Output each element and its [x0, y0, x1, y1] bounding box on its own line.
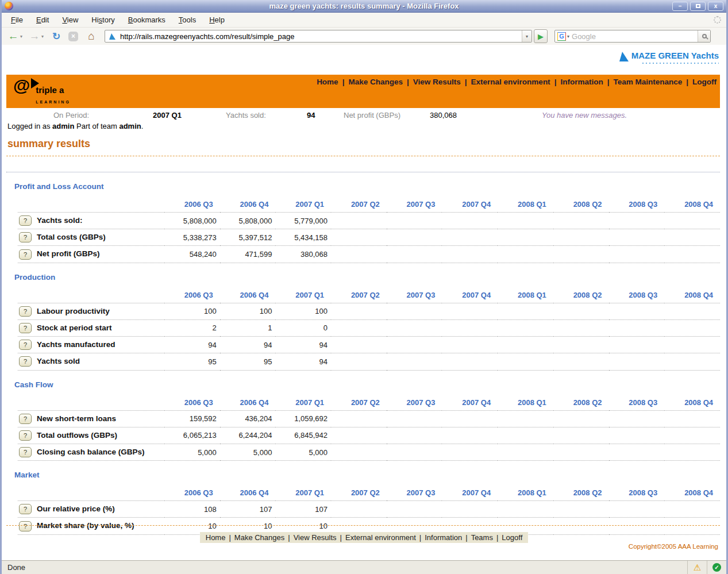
- nav-external-environment[interactable]: External environment: [471, 78, 550, 86]
- help-button[interactable]: ?: [19, 414, 32, 424]
- nav-separator: |: [342, 78, 345, 86]
- footer-nav-view-results[interactable]: View Results: [294, 533, 337, 542]
- value-cell: [609, 444, 665, 460]
- value-cell: [387, 427, 442, 444]
- nav-team-maintenance[interactable]: Team Maintenance: [613, 78, 682, 86]
- value-cell: [609, 427, 665, 444]
- footer-nav-teams[interactable]: Teams: [471, 533, 493, 542]
- footer-nav-make-changes[interactable]: Make Changes: [234, 533, 284, 542]
- value-cell: 107: [220, 501, 276, 518]
- go-button[interactable]: ▶: [534, 29, 548, 43]
- help-button[interactable]: ?: [19, 306, 32, 317]
- firefox-icon: [5, 2, 13, 10]
- value-cell: 94: [275, 353, 331, 370]
- search-engine-dropdown-icon[interactable]: ▾: [567, 34, 569, 39]
- back-button[interactable]: ←: [6, 29, 20, 43]
- wave-decoration: [641, 61, 719, 65]
- value-cell: 6,244,204: [220, 427, 276, 444]
- back-dropdown-icon[interactable]: ▾: [20, 34, 25, 39]
- help-button[interactable]: ?: [19, 340, 32, 350]
- value-cell: [387, 303, 442, 319]
- value-cell: [664, 319, 720, 336]
- table-row: ?Yachts sold959594: [18, 353, 720, 370]
- section-title-cash-flow: Cash Flow: [14, 380, 720, 389]
- nav-separator: |: [465, 533, 467, 542]
- forward-dropdown-icon[interactable]: ▾: [41, 34, 47, 39]
- column-header: 2008 Q3: [609, 197, 665, 213]
- copyright-text: Copyright©2005 AAA Learning: [629, 543, 718, 550]
- row-label: Yachts sold: [37, 356, 80, 367]
- value-cell: [664, 303, 720, 319]
- row-label: Our relative price (%): [37, 504, 115, 514]
- help-button[interactable]: ?: [19, 232, 32, 242]
- row-label: Stock at period start: [37, 323, 112, 333]
- menu-bookmarks[interactable]: Bookmarks: [128, 16, 165, 24]
- maximize-button[interactable]: [690, 2, 706, 11]
- menu-tools[interactable]: Tools: [179, 16, 196, 24]
- security-ok-icon[interactable]: ✓: [712, 563, 721, 572]
- google-engine-icon[interactable]: G: [557, 32, 566, 41]
- search-bar[interactable]: G ▾ Google: [554, 30, 711, 43]
- reload-button[interactable]: ↻: [49, 29, 64, 43]
- value-cell: 108: [164, 501, 220, 518]
- help-button[interactable]: ?: [19, 249, 32, 260]
- menu-history[interactable]: History: [91, 16, 114, 24]
- close-button[interactable]: x: [708, 2, 723, 11]
- menu-file[interactable]: File: [11, 16, 23, 24]
- magnifier-icon: [702, 34, 707, 38]
- footer-nav-information[interactable]: Information: [425, 533, 462, 542]
- menu-help[interactable]: Help: [209, 16, 225, 24]
- nav-view-results[interactable]: View Results: [413, 78, 461, 86]
- forward-button[interactable]: →: [28, 29, 41, 43]
- nav-separator: |: [419, 533, 421, 542]
- help-button[interactable]: ?: [19, 356, 32, 367]
- url-bar[interactable]: http://rails.mazegreenyachts.com/result/…: [105, 30, 532, 43]
- maximize-icon: [696, 4, 700, 8]
- column-header: 2007 Q3: [387, 287, 442, 303]
- login-status: Logged in as admin Part of team admin.: [7, 122, 143, 130]
- value-cell: [442, 353, 498, 370]
- footer-navigation: Home|Make Changes|View Results|External …: [2, 532, 726, 543]
- column-header: 2008 Q4: [664, 287, 720, 303]
- help-button[interactable]: ?: [19, 215, 32, 226]
- value-cell: [553, 444, 609, 460]
- help-button[interactable]: ?: [19, 504, 32, 514]
- value-cell: [331, 501, 387, 518]
- search-submit-button[interactable]: [698, 30, 710, 42]
- search-input[interactable]: Google: [572, 32, 698, 41]
- column-header: 2008 Q2: [553, 197, 609, 213]
- column-header: 2006 Q3: [164, 485, 220, 501]
- row-label-cell: ?Our relative price (%): [18, 501, 164, 518]
- nav-information[interactable]: Information: [560, 78, 603, 86]
- column-header: 2008 Q1: [498, 287, 553, 303]
- url-dropdown-button[interactable]: ▾: [522, 30, 531, 42]
- home-button[interactable]: ⌂: [83, 29, 100, 43]
- footer-nav-external-environment[interactable]: External environment: [345, 533, 416, 542]
- menu-view[interactable]: View: [62, 16, 78, 24]
- nav-logoff[interactable]: Logoff: [692, 78, 717, 86]
- menu-edit[interactable]: Edit: [36, 16, 49, 24]
- minimize-button[interactable]: –: [672, 2, 688, 11]
- results-table: 2006 Q32006 Q42007 Q12007 Q22007 Q32007 …: [18, 197, 720, 263]
- url-text[interactable]: http://rails.mazegreenyachts.com/result/…: [120, 32, 522, 41]
- nav-make-changes[interactable]: Make Changes: [348, 78, 403, 86]
- stop-button[interactable]: ×: [68, 32, 78, 41]
- warning-icon[interactable]: ⚠: [694, 563, 701, 573]
- value-cell: [498, 353, 553, 370]
- nav-home[interactable]: Home: [317, 78, 338, 86]
- column-header: 2008 Q4: [664, 197, 720, 213]
- help-button[interactable]: ?: [19, 521, 32, 531]
- value-cell: [664, 213, 720, 229]
- help-button[interactable]: ?: [19, 430, 32, 441]
- footer-nav-home[interactable]: Home: [206, 533, 226, 542]
- nav-separator: |: [288, 533, 290, 542]
- value-cell: 548,240: [164, 246, 220, 263]
- new-messages-link[interactable]: You have new messages.: [542, 111, 627, 120]
- row-label: Yachts manufactured: [37, 340, 115, 350]
- header-band: @ triple a LEARNING Home|Make Changes|Vi…: [6, 75, 720, 108]
- help-button[interactable]: ?: [19, 447, 32, 457]
- footer-nav-logoff[interactable]: Logoff: [502, 533, 522, 542]
- value-cell: [498, 303, 553, 319]
- help-button[interactable]: ?: [19, 323, 32, 333]
- value-cell: 6,065,213: [164, 427, 220, 444]
